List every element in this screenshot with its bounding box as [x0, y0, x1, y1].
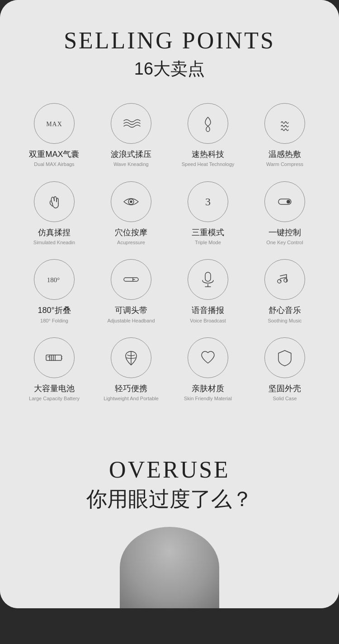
- feature-cn-skin: 亲肤材质: [192, 384, 224, 394]
- feature-cn-shield: 坚固外壳: [268, 384, 301, 394]
- feature-cn-toggle: 一键控制: [268, 227, 301, 238]
- icon-circle-waves: [111, 103, 151, 144]
- feature-warm-compress: 温感热敷 Warm Compress: [249, 103, 321, 168]
- icon-circle-eye: [111, 181, 151, 222]
- feature-acupressure: 穴位按摩 Acupressure: [95, 181, 167, 246]
- icon-circle-headband: [111, 259, 151, 300]
- icon-circle-shield: [264, 337, 305, 378]
- selling-points-title-cn: 16大卖点: [18, 57, 321, 80]
- svg-rect-9: [205, 272, 211, 281]
- head-image: [120, 527, 219, 608]
- feature-en-headband: Adjustable Headband: [107, 317, 155, 324]
- feature-wave-kneading: 波浪式揉压 Wave Kneading: [95, 103, 167, 168]
- svg-point-2: [130, 201, 132, 203]
- icon-circle-max: MAX: [34, 103, 75, 144]
- feature-battery: 大容量电池 Large Capacity Battery: [18, 337, 90, 402]
- feature-one-key: 一键控制 One Key Control: [249, 181, 321, 246]
- icon-circle-flame: [188, 103, 228, 144]
- feature-triple-mode: 3 三重模式 Triple Mode: [172, 181, 244, 246]
- feature-cn-waves: 波浪式揉压: [111, 149, 151, 160]
- feature-skin-friendly: 亲肤材质 Skin Friendly Material: [172, 337, 244, 402]
- feature-en-lightweight: Lightweight And Portable: [104, 395, 159, 402]
- svg-rect-7: [124, 278, 138, 281]
- feature-speed-heat: 速热科技 Speed Heat Technology: [172, 103, 244, 168]
- feature-cn-max: 双重MAX气囊: [29, 149, 79, 160]
- feature-simulated-kneading: 仿真揉捏 Simulated Kneadin: [18, 181, 90, 246]
- icon-circle-warmcompress: [264, 103, 305, 144]
- feature-en-skin: Skin Friendly Material: [184, 395, 232, 402]
- feature-cn-headband: 可调头带: [115, 305, 147, 316]
- page-wrapper: SELLING POINTS 16大卖点 MAX 双重MAX气囊 Dual MA…: [0, 0, 339, 608]
- feature-en-kneading: Simulated Kneadin: [33, 239, 75, 246]
- icon-circle-music: [264, 259, 305, 300]
- overuse-title-cn: 你用眼过度了么？: [18, 485, 321, 513]
- svg-point-16: [284, 279, 287, 282]
- feature-en-triple: Triple Mode: [195, 239, 221, 246]
- svg-text:MAX: MAX: [46, 121, 62, 128]
- icon-circle-mic: [188, 259, 228, 300]
- bottom-section: OVERUSE 你用眼过度了么？: [0, 434, 339, 608]
- svg-line-12: [280, 275, 287, 276]
- feature-en-warmcompress: Warm Compress: [266, 161, 303, 167]
- icon-circle-toggle: [264, 181, 305, 222]
- feature-cn-lightweight: 轻巧便携: [115, 384, 147, 394]
- feature-cn-mic: 语音播报: [192, 305, 224, 316]
- feature-en-max: Dual MAX Airbags: [34, 161, 74, 167]
- feature-en-music: Soothing Music: [268, 317, 301, 324]
- overuse-title-en: OVERUSE: [18, 456, 321, 483]
- header-section: SELLING POINTS 16大卖点: [18, 27, 321, 80]
- icon-circle-battery: [34, 337, 75, 378]
- feature-cn-eye: 穴位按摩: [115, 227, 147, 238]
- feature-grid: MAX 双重MAX气囊 Dual MAX Airbags 波浪式揉压 Wave …: [18, 103, 321, 402]
- feature-en-180: 180° Folding: [40, 317, 68, 324]
- feature-180-folding: 180° 180°折叠 180° Folding: [18, 259, 90, 324]
- feature-cn-battery: 大容量电池: [34, 384, 75, 394]
- feature-cn-triple: 三重模式: [192, 227, 224, 238]
- icon-circle-feather: [111, 337, 151, 378]
- feature-en-heat: Speed Heat Technology: [182, 161, 235, 167]
- feature-en-mic: Voice Broadcast: [190, 317, 226, 324]
- feature-cn-180: 180°折叠: [38, 305, 71, 316]
- feature-cn-warmcompress: 温感热敷: [268, 149, 301, 160]
- feature-en-battery: Large Capacity Battery: [29, 395, 80, 402]
- svg-point-5: [287, 200, 290, 204]
- svg-rect-18: [46, 355, 61, 360]
- feature-voice: 语音播报 Voice Broadcast: [172, 259, 244, 324]
- feature-cn-kneading: 仿真揉捏: [38, 227, 71, 238]
- icon-circle-hand: [34, 181, 75, 222]
- feature-en-eye: Acupressure: [117, 239, 145, 246]
- feature-music: 舒心音乐 Soothing Music: [249, 259, 321, 324]
- icon-circle-three: 3: [188, 181, 228, 222]
- svg-text:3: 3: [205, 196, 211, 208]
- feature-dual-max-airbags: MAX 双重MAX气囊 Dual MAX Airbags: [18, 103, 90, 168]
- selling-points-title-en: SELLING POINTS: [18, 27, 321, 54]
- feature-headband: 可调头带 Adjustable Headband: [95, 259, 167, 324]
- icon-circle-180: 180°: [34, 259, 75, 300]
- svg-point-15: [278, 279, 281, 283]
- feature-lightweight: 轻巧便携 Lightweight And Portable: [95, 337, 167, 402]
- feature-solid-case: 坚固外壳 Solid Case: [249, 337, 321, 402]
- main-content: SELLING POINTS 16大卖点 MAX 双重MAX气囊 Dual MA…: [0, 0, 339, 434]
- icon-circle-heart: [188, 337, 228, 378]
- svg-text:180°: 180°: [47, 276, 60, 284]
- feature-en-shield: Solid Case: [273, 395, 297, 402]
- feature-cn-heat: 速热科技: [192, 149, 224, 160]
- feature-cn-music: 舒心音乐: [268, 305, 301, 316]
- feature-en-waves: Wave Kneading: [113, 161, 148, 167]
- feature-en-toggle: One Key Control: [266, 239, 303, 246]
